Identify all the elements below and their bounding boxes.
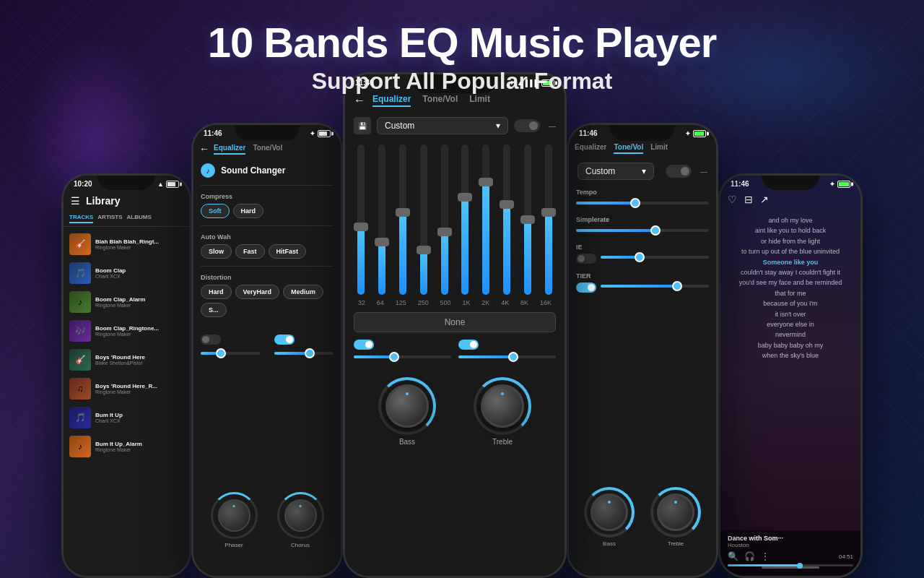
bottom-sliders-row [345, 335, 565, 366]
eq-bar-125hz[interactable] [394, 144, 412, 295]
treble-toggle[interactable] [458, 340, 479, 350]
heart-icon[interactable]: ♡ [728, 194, 737, 205]
eq-master-toggle[interactable] [514, 119, 540, 132]
eq-handle[interactable] [417, 246, 431, 254]
track-info: Boys 'Round Here Blake Shelton&Pistol [95, 354, 183, 366]
preset-selector-4[interactable]: Custom ▾ [578, 163, 654, 180]
eq-handle[interactable] [396, 208, 410, 217]
list-item[interactable]: ♫ Boys 'Round Here_R... Ringtone Maker [64, 374, 189, 403]
compress-soft-button[interactable]: Soft [201, 204, 230, 218]
eq-handle[interactable] [458, 193, 472, 202]
eq-bar-1khz[interactable] [456, 144, 474, 295]
tone-treble-knob[interactable] [657, 493, 694, 531]
tempo-thumb[interactable] [630, 198, 640, 208]
slider-controls [193, 329, 341, 363]
compress-hard-button[interactable]: Hard [233, 204, 264, 218]
eq-bar-64hz[interactable] [373, 144, 391, 295]
toggle-2[interactable] [274, 335, 295, 345]
tone-bass-knob[interactable] [590, 493, 628, 531]
list-item[interactable]: 🎵 Bum It Up Charli XCX [64, 403, 189, 432]
ie-section: IE [569, 239, 716, 268]
eq-handle[interactable] [500, 200, 514, 209]
tab-tracks[interactable]: TRACKS [69, 212, 93, 223]
wah-fast-button[interactable]: Fast [235, 244, 265, 259]
list-item[interactable]: ♪ Bum It Up_Alarm Ringtone Maker [64, 432, 189, 461]
status-time-4: 11:46 [579, 129, 598, 137]
treble-thumb[interactable] [508, 352, 518, 362]
tonevol-toggle[interactable] [666, 165, 692, 178]
player-headphone-icon[interactable]: 🎧 [744, 551, 755, 561]
none-preset-button[interactable]: None [354, 312, 556, 332]
list-item[interactable]: 🎶 Boom Clap_Ringtone... Ringtone Maker [64, 316, 189, 345]
eq-bar-500hz[interactable] [435, 144, 453, 295]
list-item[interactable]: 🎸 Blah Blah Blah_Ringt... Ringtone Maker [64, 230, 189, 259]
eq-handle[interactable] [541, 208, 556, 217]
preset-row: 💾 Custom ▾ — [345, 113, 565, 139]
eq-bar-32hz[interactable] [352, 144, 370, 295]
tab-tonevol-2[interactable]: Tone/Vol [253, 144, 282, 155]
dist-veryhard-button[interactable]: VeryHard [235, 285, 280, 299]
list-item[interactable]: ♪ Boom Clap_Alarm Ringtone Maker [64, 288, 189, 316]
ie-toggle[interactable] [576, 254, 596, 264]
eq-bar-250hz[interactable] [414, 144, 432, 295]
player-search-icon[interactable]: 🔍 [728, 551, 738, 561]
tab-equalizer-4[interactable]: Equalizer [575, 143, 606, 154]
bass-thumb[interactable] [389, 352, 399, 362]
progress-handle[interactable] [797, 563, 803, 569]
eq-handle[interactable] [520, 215, 535, 224]
eq-bar-8khz[interactable] [518, 144, 536, 295]
track-artist: Ringtone Maker [95, 303, 183, 308]
tab-tonevol-4[interactable]: Tone/Vol [614, 143, 643, 154]
progress-bar[interactable] [728, 564, 853, 566]
range-thumb-1[interactable] [216, 348, 226, 358]
bass-knob[interactable] [385, 384, 429, 428]
toggle-1[interactable] [201, 335, 221, 345]
dist-medium-button[interactable]: Medium [283, 285, 323, 299]
eq-handle[interactable] [437, 228, 452, 236]
tab-artists[interactable]: ARTISTS [97, 212, 122, 223]
battery-5 [837, 181, 850, 188]
eq-handle[interactable] [354, 223, 368, 231]
wah-slow-button[interactable]: Slow [201, 244, 232, 259]
tone-bass-knob-container: Bass [584, 487, 635, 547]
tier-toggle[interactable] [576, 282, 596, 293]
bass-toggle[interactable] [354, 340, 374, 350]
range-thumb-2[interactable] [305, 348, 315, 358]
tab-equalizer-2[interactable]: Equalizer [214, 144, 245, 155]
freq-8k: 8K [520, 299, 528, 306]
eq-bar-2khz[interactable] [477, 144, 495, 295]
dist-hard-button[interactable]: Hard [201, 285, 232, 299]
ie-thumb[interactable] [635, 252, 645, 262]
share-icon[interactable]: ↗ [760, 194, 769, 205]
eq-bar-4khz[interactable] [498, 144, 516, 295]
lyrics-content: and oh my love aint like you to hold bac… [720, 210, 860, 366]
track-name: Blah Blah Blah_Ringt... [95, 238, 183, 245]
bluetooth-icon-5: ✦ [829, 181, 835, 188]
tier-thumb[interactable] [672, 281, 682, 291]
eq-handle[interactable] [375, 238, 389, 246]
eq-icon[interactable]: ⊟ [744, 194, 753, 205]
tab-limit-4[interactable]: Limit [650, 143, 668, 154]
player-artist-name: Houston [728, 542, 853, 548]
treble-knob[interactable] [481, 384, 524, 428]
list-item[interactable]: 🎵 Boom Clap Charli XCX [64, 259, 189, 288]
eq-bar-16khz[interactable] [539, 144, 557, 295]
phaser-knob[interactable] [211, 492, 258, 539]
hamburger-icon[interactable]: ☰ [71, 195, 80, 207]
simplerate-thumb[interactable] [650, 225, 661, 236]
eq-handle[interactable] [479, 178, 493, 186]
track-name: Boom Clap_Alarm [95, 296, 183, 303]
preset-save-icon[interactable]: 💾 [354, 117, 371, 134]
tab-albums[interactable]: ALBUMS [127, 212, 152, 223]
preset-selector[interactable]: Custom ▾ [377, 117, 508, 134]
track-name: Bum It Up_Alarm [95, 441, 183, 447]
chorus-knob[interactable] [277, 492, 324, 539]
dist-s-button[interactable]: S... [201, 303, 227, 317]
list-item[interactable]: 🎸 Boys 'Round Here Blake Shelton&Pistol [64, 345, 189, 374]
player-more-icon[interactable]: ⋮ [761, 551, 770, 561]
track-name: Boys 'Round Here_R... [95, 383, 183, 389]
wah-hitfast-button[interactable]: HitFast [269, 244, 307, 259]
eq-bar-track [357, 144, 365, 295]
main-knobs: Bass Treble [345, 371, 565, 452]
back-button-2[interactable]: ← [199, 143, 209, 155]
